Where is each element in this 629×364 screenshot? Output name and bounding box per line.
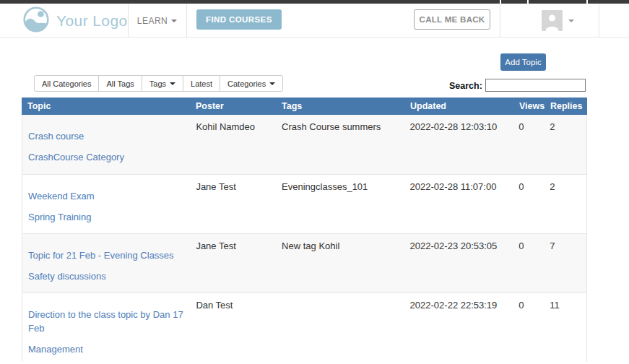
site-header: Your Logo LEARN FIND COURSES CALL ME BAC… xyxy=(0,4,629,38)
tags-cell: Eveningclasses_101 xyxy=(276,175,404,233)
table-row: Topic for 21 Feb - Evening ClassesSafety… xyxy=(22,233,586,292)
chevron-down-icon xyxy=(269,82,275,85)
replies-cell: 2 xyxy=(544,115,586,174)
user-menu[interactable] xyxy=(542,10,574,31)
replies-cell: 11 xyxy=(544,293,586,362)
add-topic-button[interactable]: Add Topic xyxy=(500,53,546,71)
filter-all-categories[interactable]: All Categories xyxy=(34,75,99,92)
updated-cell: 2022-02-28 11:07:00 xyxy=(404,175,513,233)
poster-cell: Dan Test xyxy=(190,293,276,362)
category-link[interactable]: CrashCourse Category xyxy=(28,150,184,164)
category-link[interactable]: Management xyxy=(28,342,184,356)
filter-tags[interactable]: Tags xyxy=(142,75,183,92)
column-header-tags: Tags xyxy=(276,98,404,115)
filter-label: All Tags xyxy=(106,79,134,88)
poster-cell: Kohil Namdeo xyxy=(190,115,276,174)
chevron-down-icon xyxy=(171,20,177,22)
views-cell: 0 xyxy=(513,293,544,362)
tags-cell: New tag Kohil xyxy=(276,234,404,292)
filter-label: Latest xyxy=(191,79,212,88)
views-cell: 0 xyxy=(513,175,544,233)
header-divider xyxy=(599,4,599,38)
nav-learn-menu[interactable]: LEARN xyxy=(128,4,186,38)
table-row: Weekend ExamSpring TrainingJane TestEven… xyxy=(22,174,586,233)
tags-cell xyxy=(276,293,404,362)
poster-cell: Jane Test xyxy=(190,234,276,292)
filter-button-group: All CategoriesAll TagsTagsLatestCategori… xyxy=(34,75,283,92)
find-courses-button[interactable]: FIND COURSES xyxy=(196,9,282,30)
views-cell: 0 xyxy=(513,234,544,292)
logo[interactable]: Your Logo xyxy=(22,6,128,35)
topics-table: TopicPosterTagsUpdatedViewsReplies Crash… xyxy=(22,98,587,362)
updated-cell: 2022-02-22 22:53:19 xyxy=(404,293,513,362)
filter-label: Tags xyxy=(149,79,166,88)
column-header-updated: Updated xyxy=(404,98,513,115)
poster-cell: Jane Test xyxy=(190,175,276,233)
column-header-topic: Topic xyxy=(22,98,190,115)
category-link[interactable]: Safety discussions xyxy=(28,269,184,283)
header-divider xyxy=(186,4,187,38)
updated-cell: 2022-02-28 12:03:10 xyxy=(404,115,513,174)
column-header-replies: Replies xyxy=(545,98,587,115)
table-header-row: TopicPosterTagsUpdatedViewsReplies xyxy=(22,98,587,115)
column-header-views: Views xyxy=(513,98,545,115)
avatar xyxy=(542,10,563,31)
filter-label: All Categories xyxy=(42,79,91,88)
topic-cell: Topic for 21 Feb - Evening ClassesSafety… xyxy=(22,234,190,292)
views-cell: 0 xyxy=(513,115,544,174)
chevron-down-icon xyxy=(568,20,574,22)
search-input[interactable] xyxy=(485,79,586,92)
filter-all-tags[interactable]: All Tags xyxy=(98,75,142,92)
tags-cell: Crash Course summers xyxy=(276,115,404,174)
replies-cell: 7 xyxy=(544,234,586,292)
topic-link[interactable]: Direction to the class topic by Dan 17 F… xyxy=(28,308,184,335)
logo-text: Your Logo xyxy=(56,12,128,30)
topic-link[interactable]: Weekend Exam xyxy=(28,189,184,203)
filter-latest[interactable]: Latest xyxy=(183,75,220,92)
updated-cell: 2022-02-23 20:53:05 xyxy=(404,234,513,292)
table-row: Direction to the class topic by Dan 17 F… xyxy=(22,292,586,362)
call-me-back-button[interactable]: CALL ME BACK xyxy=(414,9,490,30)
topic-link[interactable]: Crash course xyxy=(28,129,184,143)
topic-cell: Crash courseCrashCourse Category xyxy=(22,115,190,174)
topic-cell: Weekend ExamSpring Training xyxy=(22,175,190,233)
search-label: Search: xyxy=(449,81,482,91)
learn-label: LEARN xyxy=(137,16,168,26)
topic-link[interactable]: Topic for 21 Feb - Evening Classes xyxy=(28,248,184,262)
topic-cell: Direction to the class topic by Dan 17 F… xyxy=(22,293,190,362)
category-link[interactable]: Spring Training xyxy=(28,210,184,224)
chevron-down-icon xyxy=(170,82,175,85)
table-body: Crash courseCrashCourse CategoryKohil Na… xyxy=(22,115,587,362)
filter-label: Categories xyxy=(227,79,266,88)
logo-image-icon xyxy=(22,6,50,36)
filter-categories[interactable]: Categories xyxy=(220,75,283,92)
table-row: Crash courseCrashCourse CategoryKohil Na… xyxy=(22,115,586,174)
column-header-poster: Poster xyxy=(190,98,276,115)
replies-cell: 2 xyxy=(544,175,586,233)
header-divider xyxy=(500,4,500,38)
